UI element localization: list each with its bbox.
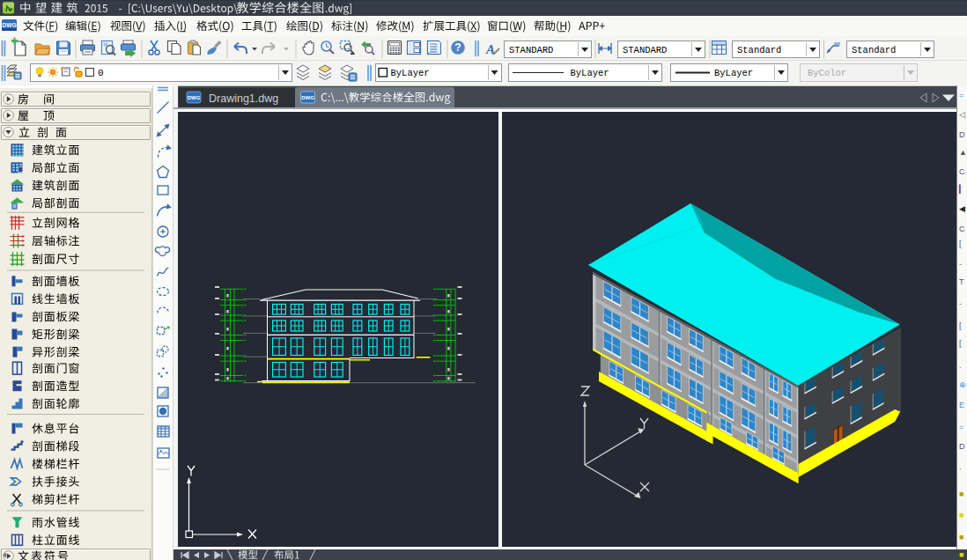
svg-text:DWG: DWG xyxy=(301,95,314,100)
svg-text:DWG: DWG xyxy=(3,22,17,28)
svg-text:DWG: DWG xyxy=(188,95,201,100)
svg-text:?: ? xyxy=(454,41,461,54)
